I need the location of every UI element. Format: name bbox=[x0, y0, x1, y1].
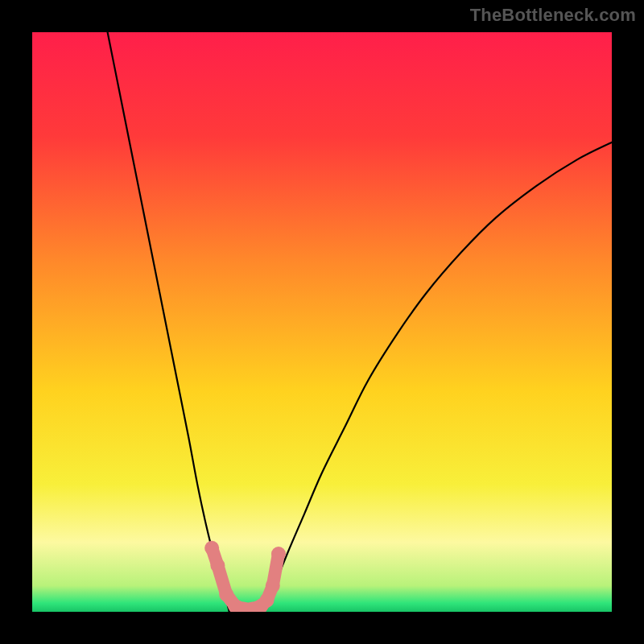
marker-dot bbox=[266, 579, 280, 593]
gradient-background bbox=[32, 32, 612, 612]
marker-dot bbox=[260, 593, 275, 608]
chart-frame: TheBottleneck.com bbox=[0, 0, 644, 644]
chart-svg bbox=[32, 32, 612, 612]
marker-dot bbox=[219, 587, 233, 601]
marker-dot bbox=[210, 558, 225, 572]
marker-dot bbox=[204, 541, 219, 555]
plot-area bbox=[32, 32, 612, 612]
attribution-text: TheBottleneck.com bbox=[470, 5, 636, 26]
marker-dot bbox=[271, 547, 286, 561]
